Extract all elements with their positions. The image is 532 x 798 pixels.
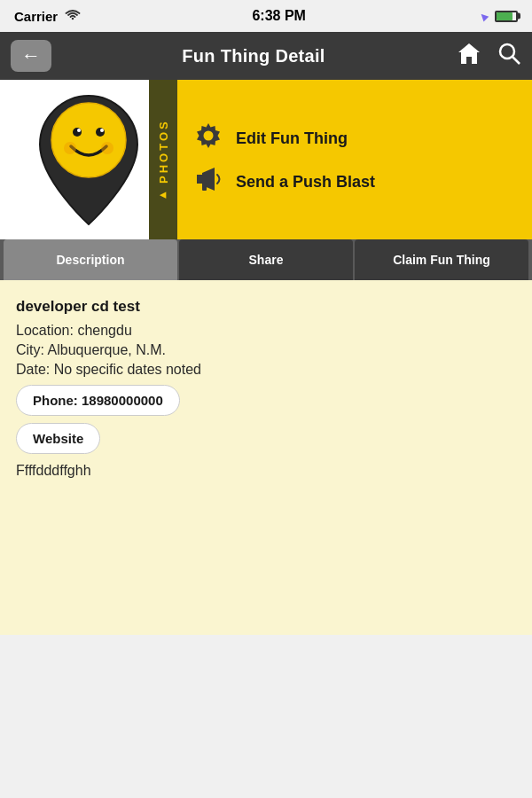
battery-icon	[495, 11, 518, 22]
svg-point-5	[77, 129, 81, 132]
location-line: Location: chengdu	[16, 323, 516, 339]
action-buttons: Edit Fun Thing Send a Push Blast	[177, 80, 532, 239]
website-pill[interactable]: Website	[16, 423, 100, 454]
wifi-icon	[65, 9, 81, 24]
home-icon[interactable]	[456, 41, 482, 72]
tab-description[interactable]: Description	[4, 239, 177, 280]
tab-share[interactable]: Share	[179, 239, 353, 280]
city-line: City: Albuquerque, N.M.	[16, 342, 516, 358]
tab-claim-fun-thing[interactable]: Claim Fun Thing	[355, 239, 528, 280]
svg-point-6	[100, 129, 104, 132]
nav-title: Fun Thing Detail	[182, 46, 325, 66]
status-bar: Carrier 6:38 PM ▲	[0, 0, 532, 32]
tab-bar: Description Share Claim Fun Thing	[0, 239, 532, 280]
svg-point-3	[73, 128, 82, 137]
hero-area: ▶ PHOTOS Edit Fun Thing	[0, 80, 532, 239]
status-right: ▲	[477, 9, 518, 23]
back-arrow-icon: ←	[21, 44, 41, 67]
svg-point-8	[101, 142, 113, 154]
svg-point-7	[64, 142, 76, 154]
nav-right-icons	[456, 41, 521, 72]
svg-point-2	[51, 103, 126, 177]
push-label: Send a Push Blast	[236, 173, 375, 192]
time-label: 6:38 PM	[252, 8, 305, 24]
content-title: developer cd test	[16, 298, 516, 316]
content-area: developer cd test Location: chengdu City…	[0, 280, 532, 635]
extra-text: Ffffdddffghh	[16, 463, 516, 479]
location-arrow-icon: ▲	[474, 6, 493, 25]
edit-label: Edit Fun Thing	[236, 129, 348, 148]
phone-pill[interactable]: Phone: 18980000000	[16, 385, 180, 416]
date-line: Date: No specific dates noted	[16, 362, 516, 378]
svg-point-9	[204, 131, 214, 141]
gear-icon	[193, 121, 223, 157]
back-button[interactable]: ←	[11, 40, 51, 72]
play-icon: ▶	[159, 189, 168, 200]
edit-fun-thing-button[interactable]: Edit Fun Thing	[193, 121, 516, 157]
push-blast-button[interactable]: Send a Push Blast	[193, 166, 516, 199]
svg-line-1	[512, 57, 520, 64]
smiley-image	[18, 89, 160, 231]
megaphone-icon	[193, 166, 223, 199]
svg-point-0	[500, 44, 514, 59]
search-icon[interactable]	[497, 41, 521, 72]
svg-rect-12	[202, 184, 207, 191]
svg-marker-10	[197, 175, 202, 184]
nav-bar: ← Fun Thing Detail	[0, 32, 532, 80]
photo-container: ▶ PHOTOS	[0, 80, 177, 239]
status-left: Carrier	[14, 9, 81, 24]
svg-point-4	[96, 128, 105, 137]
photos-label[interactable]: ▶ PHOTOS	[149, 80, 177, 239]
carrier-label: Carrier	[14, 9, 58, 24]
